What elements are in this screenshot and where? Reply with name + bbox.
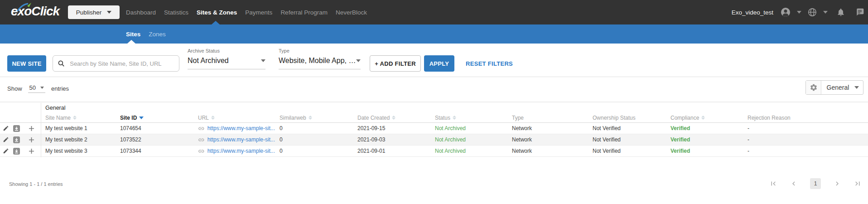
active-tab-pointer bbox=[127, 40, 135, 44]
account-avatar-icon[interactable] bbox=[780, 7, 791, 18]
language-menu-chevron-icon[interactable] bbox=[823, 11, 828, 14]
column-header-site-id[interactable]: Site ID bbox=[116, 113, 193, 122]
account-type-label: Publisher bbox=[76, 9, 101, 16]
notifications-bell-icon[interactable] bbox=[836, 8, 845, 17]
cell-url: https://www.my-sample-sit... bbox=[193, 123, 275, 134]
first-page-icon[interactable] bbox=[769, 180, 777, 188]
nav-item-referral-program[interactable]: Referral Program bbox=[280, 9, 328, 16]
add-filter-button[interactable]: + ADD FILTER bbox=[370, 55, 421, 72]
site-url-link[interactable]: https://www.my-sample-sit... bbox=[207, 136, 275, 143]
sort-icon bbox=[309, 116, 312, 120]
cell-rejection-reason: - bbox=[743, 146, 868, 156]
cell-similarweb: 0 bbox=[275, 134, 353, 145]
search-input[interactable] bbox=[69, 60, 174, 68]
account-menu-chevron-icon[interactable] bbox=[797, 11, 801, 14]
cell-site-id: 1073344 bbox=[116, 146, 193, 156]
nav-item-sites-zones[interactable]: Sites & Zones bbox=[197, 9, 237, 16]
showing-entries-label: Showing 1 - 1 / 1 entries bbox=[9, 181, 63, 187]
column-header-site-name[interactable]: Site Name bbox=[41, 113, 116, 122]
header-label: Compliance bbox=[670, 115, 699, 121]
last-page-icon[interactable] bbox=[854, 180, 862, 188]
add-zone-plus-icon[interactable] bbox=[29, 148, 34, 154]
table-row: My test website 3 1073344 https://www.my… bbox=[0, 146, 868, 157]
gear-icon[interactable] bbox=[806, 81, 821, 94]
cell-type: Network bbox=[507, 134, 588, 145]
sites-table: General Site Name Site ID URL Similarweb… bbox=[0, 102, 868, 157]
column-preset-control[interactable]: General bbox=[805, 80, 863, 95]
cell-site-name: My test website 3 bbox=[41, 146, 116, 156]
cell-compliance: Verified bbox=[666, 123, 743, 134]
header-label: Site ID bbox=[120, 115, 137, 121]
archive-icon[interactable] bbox=[13, 136, 20, 143]
table-row: My test website 1 1074654 https://www.my… bbox=[0, 123, 868, 134]
column-preset-value: General bbox=[821, 84, 854, 91]
site-url-link[interactable]: https://www.my-sample-sit... bbox=[207, 148, 275, 154]
link-icon bbox=[198, 148, 205, 155]
column-header-ownership-status: Ownership Status bbox=[588, 113, 666, 122]
header-label: Status bbox=[435, 115, 450, 121]
column-header-type: Type bbox=[507, 113, 588, 122]
archive-icon[interactable] bbox=[13, 148, 20, 155]
sort-icon bbox=[453, 116, 456, 120]
row-actions bbox=[0, 146, 41, 156]
tab-sites[interactable]: Sites bbox=[126, 31, 140, 38]
column-header-compliance[interactable]: Compliance bbox=[666, 113, 743, 122]
column-header-similarweb[interactable]: Similarweb bbox=[275, 113, 353, 122]
header-label: Site Name bbox=[45, 115, 71, 121]
list-controls: Show 50 entries General bbox=[0, 77, 868, 102]
edit-pencil-icon[interactable] bbox=[3, 148, 9, 154]
new-site-button[interactable]: NEW SITE bbox=[7, 55, 46, 72]
chevron-down-icon bbox=[854, 86, 859, 89]
site-url-link[interactable]: https://www.my-sample-sit... bbox=[207, 125, 275, 131]
column-group-label: General bbox=[41, 102, 116, 113]
header-label: Type bbox=[512, 115, 524, 121]
add-zone-plus-icon[interactable] bbox=[29, 137, 34, 143]
cell-ownership-status: Not Verified bbox=[588, 123, 666, 134]
search-box bbox=[53, 55, 179, 72]
link-icon bbox=[198, 136, 205, 143]
nav-item-statistics[interactable]: Statistics bbox=[164, 9, 188, 16]
cell-rejection-reason: - bbox=[743, 123, 868, 134]
sort-icon bbox=[73, 116, 77, 120]
edit-pencil-icon[interactable] bbox=[3, 125, 9, 131]
header-label: Rejection Reason bbox=[747, 115, 791, 121]
sort-icon bbox=[701, 116, 705, 120]
current-page-button[interactable]: 1 bbox=[810, 178, 821, 189]
archive-status-value: Not Archived bbox=[188, 57, 229, 65]
column-header-status[interactable]: Status bbox=[430, 113, 507, 122]
add-filter-label: ADD FILTER bbox=[380, 60, 416, 67]
add-zone-plus-icon[interactable] bbox=[29, 126, 34, 131]
search-icon bbox=[58, 59, 65, 68]
column-group-row: General bbox=[0, 102, 868, 113]
nav-item-neverblock[interactable]: NeverBlock bbox=[336, 9, 367, 16]
header-label: Similarweb bbox=[280, 115, 306, 121]
language-globe-icon[interactable] bbox=[807, 7, 817, 17]
plus-icon: + bbox=[375, 60, 378, 67]
tab-zones[interactable]: Zones bbox=[149, 31, 166, 38]
page-size-select[interactable]: 50 bbox=[28, 84, 45, 93]
actions-column-divider bbox=[41, 103, 41, 157]
nav-item-payments[interactable]: Payments bbox=[245, 9, 272, 16]
logo-arrow-icon bbox=[16, 2, 32, 12]
archive-icon[interactable] bbox=[13, 125, 20, 132]
nav-item-dashboard[interactable]: Dashboard bbox=[126, 9, 156, 16]
next-page-icon[interactable] bbox=[833, 180, 841, 188]
type-dropdown[interactable]: Type Website, Mobile App, Ne... bbox=[279, 48, 361, 69]
edit-pencil-icon[interactable] bbox=[3, 136, 9, 143]
archive-status-dropdown[interactable]: Archive Status Not Archived bbox=[188, 48, 265, 69]
entries-label: entries bbox=[51, 85, 69, 92]
column-header-date-created[interactable]: Date Created bbox=[353, 113, 430, 122]
previous-page-icon[interactable] bbox=[790, 180, 798, 188]
column-header-url[interactable]: URL bbox=[193, 113, 275, 122]
exoclick-logo[interactable]: exoClick bbox=[11, 4, 59, 19]
reset-filters-button[interactable]: RESET FILTERS bbox=[463, 55, 516, 72]
cell-url: https://www.my-sample-sit... bbox=[193, 134, 275, 145]
header-label: Date Created bbox=[357, 115, 390, 121]
feedback-chat-icon[interactable] bbox=[855, 8, 864, 17]
table-footer: Showing 1 - 1 / 1 entries 1 bbox=[0, 176, 868, 192]
account-type-dropdown[interactable]: Publisher bbox=[68, 5, 120, 19]
chevron-down-icon bbox=[261, 59, 265, 62]
cell-site-name: My test website 1 bbox=[41, 123, 116, 134]
topbar-right: Exo_video_test bbox=[732, 0, 864, 24]
apply-button[interactable]: APPLY bbox=[424, 55, 454, 72]
